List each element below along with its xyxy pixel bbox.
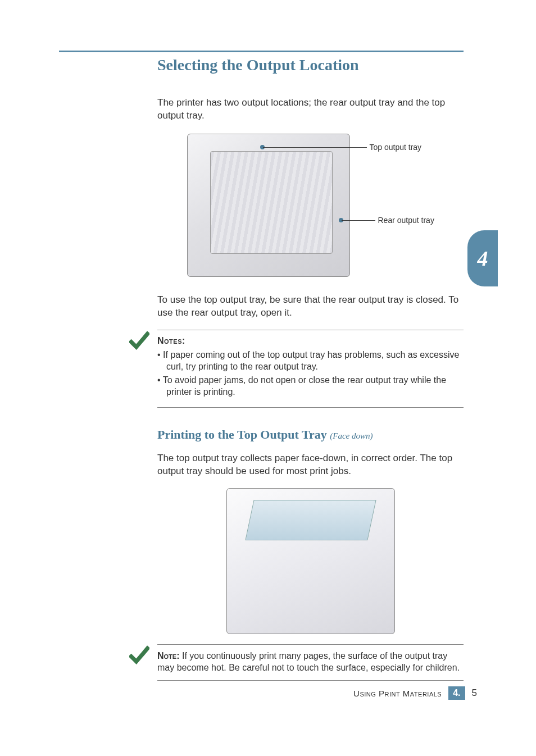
figure-printer-rear-open: Top output tray Rear output tray bbox=[176, 134, 446, 280]
intro-paragraph: The printer has two output locations; th… bbox=[157, 97, 464, 122]
post-figure-paragraph: To use the top output tray, be sure that… bbox=[157, 294, 464, 320]
note-item: If paper coming out of the top output tr… bbox=[157, 349, 464, 373]
footer-page-number: 5 bbox=[472, 687, 477, 699]
printer-illustration-icon bbox=[187, 134, 350, 277]
page-heading: Selecting the Output Location bbox=[157, 56, 464, 74]
callout-top-output: Top output tray bbox=[370, 143, 422, 152]
subheading-main: Printing to the Top Output Tray bbox=[157, 427, 327, 441]
printer-illustration-icon bbox=[226, 488, 395, 634]
chapter-tab: 4 bbox=[467, 230, 498, 286]
note-section-2: Note: If you continuously print many pag… bbox=[157, 644, 464, 681]
main-content: Selecting the Output Location The printe… bbox=[157, 56, 464, 700]
subheading-suffix: (Face down) bbox=[330, 431, 373, 440]
chapter-number: 4 bbox=[478, 246, 488, 271]
note-item: To avoid paper jams, do not open or clos… bbox=[157, 375, 464, 398]
note-2-body: If you continuously print many pages, th… bbox=[157, 651, 460, 672]
callout-line-top bbox=[263, 147, 367, 148]
notes-heading: Notes: bbox=[157, 336, 464, 346]
page-footer: Using Print Materials 4. 5 bbox=[353, 686, 477, 700]
notes-list: If paper coming out of the top output tr… bbox=[157, 349, 464, 398]
notes-block: Notes: If paper coming out of the top ou… bbox=[157, 330, 464, 408]
subsection-paragraph: The top output tray collects paper face-… bbox=[157, 452, 464, 478]
checkmark-icon bbox=[129, 331, 149, 351]
header-rule bbox=[59, 51, 464, 52]
subsection-heading: Printing to the Top Output Tray (Face do… bbox=[157, 427, 464, 442]
note-2-lead: Note: bbox=[157, 651, 180, 661]
checkmark-icon bbox=[129, 645, 149, 666]
note-block-2: Note: If you continuously print many pag… bbox=[157, 644, 464, 681]
footer-section-label: Using Print Materials bbox=[353, 689, 442, 698]
notes-section: Notes: If paper coming out of the top ou… bbox=[157, 330, 464, 408]
callout-rear-output: Rear output tray bbox=[378, 216, 434, 225]
figure-printer-top-output bbox=[226, 488, 395, 634]
callout-line-rear bbox=[342, 220, 375, 221]
footer-chapter-badge: 4. bbox=[448, 686, 465, 700]
note-2-text: Note: If you continuously print many pag… bbox=[157, 650, 464, 674]
